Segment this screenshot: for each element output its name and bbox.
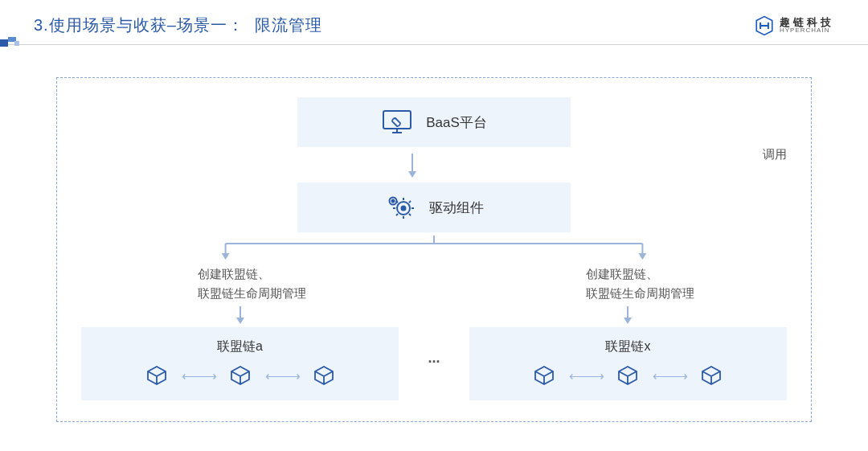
chain-x-box: 联盟链x ⟵⟶ ⟵⟶ bbox=[469, 327, 787, 400]
svg-rect-0 bbox=[0, 39, 8, 47]
cube-icon bbox=[701, 365, 722, 386]
baas-platform-node: BaaS平台 bbox=[297, 97, 571, 147]
branch-connector bbox=[81, 236, 787, 260]
ellipsis: ... bbox=[428, 350, 440, 400]
branch-text-2: 联盟链生命周期管理 bbox=[586, 284, 694, 303]
logo-text-en: HYPERCHAIN bbox=[780, 27, 834, 34]
bidir-arrow-icon: ⟵⟶ bbox=[653, 368, 686, 383]
cube-icon bbox=[146, 365, 167, 386]
arrow-down-icon bbox=[408, 154, 416, 178]
arrow-down-icon bbox=[236, 306, 244, 324]
branch-left-labels: 创建联盟链、 联盟链生命周期管理 bbox=[198, 264, 306, 303]
svg-point-9 bbox=[392, 200, 395, 203]
chain-a-nodes: ⟵⟶ ⟵⟶ bbox=[146, 365, 334, 386]
bidir-arrow-icon: ⟵⟶ bbox=[182, 368, 215, 383]
call-arrow-row: 调用 bbox=[81, 147, 787, 182]
monitor-wrench-icon bbox=[381, 109, 413, 136]
chain-x-title: 联盟链x bbox=[605, 338, 650, 355]
branch-row: 创建联盟链、 联盟链生命周期管理 联盟链a ⟵⟶ ⟵⟶ ... 创建联盟链、 联… bbox=[81, 264, 787, 400]
chain-a-box: 联盟链a ⟵⟶ ⟵⟶ bbox=[81, 327, 399, 400]
cube-icon bbox=[230, 365, 251, 386]
branch-text-2: 联盟链生命周期管理 bbox=[198, 284, 306, 303]
title-prefix: 3.使用场景与收获 bbox=[34, 16, 167, 34]
cube-icon bbox=[534, 365, 555, 386]
bidir-arrow-icon: ⟵⟶ bbox=[569, 368, 603, 383]
svg-rect-2 bbox=[14, 41, 19, 46]
baas-label: BaaS平台 bbox=[426, 113, 487, 132]
branch-text-1: 创建联盟链、 bbox=[586, 264, 694, 284]
cube-icon bbox=[313, 365, 334, 386]
chain-a-title: 联盟链a bbox=[217, 338, 263, 355]
gears-icon bbox=[384, 194, 416, 221]
branch-right: 创建联盟链、 联盟链生命周期管理 联盟链x ⟵⟶ ⟵⟶ bbox=[469, 264, 787, 400]
cube-icon bbox=[617, 365, 638, 386]
logo-icon bbox=[754, 15, 775, 36]
slide-title: 3.使用场景与收获–场景一： 限流管理 bbox=[34, 14, 322, 36]
title-topic: 限流管理 bbox=[255, 16, 322, 34]
arrow-down-icon bbox=[624, 306, 632, 324]
branch-text-1: 创建联盟链、 bbox=[198, 264, 306, 284]
slide-header: 3.使用场景与收获–场景一： 限流管理 趣链科技 HYPERCHAIN bbox=[0, 0, 868, 45]
chain-x-nodes: ⟵⟶ ⟵⟶ bbox=[534, 365, 722, 386]
driver-component-node: 驱动组件 bbox=[297, 182, 571, 232]
svg-point-7 bbox=[402, 207, 406, 211]
title-sep: –场景一： bbox=[167, 16, 244, 34]
driver-label: 驱动组件 bbox=[429, 199, 484, 217]
company-logo: 趣链科技 HYPERCHAIN bbox=[754, 15, 834, 36]
branch-left: 创建联盟链、 联盟链生命周期管理 联盟链a ⟵⟶ ⟵⟶ bbox=[81, 264, 399, 400]
branch-right-labels: 创建联盟链、 联盟链生命周期管理 bbox=[586, 264, 694, 303]
header-accent bbox=[0, 37, 31, 47]
call-label: 调用 bbox=[763, 147, 787, 162]
architecture-diagram: BaaS平台 调用 驱动组件 创建联盟链、 联盟链生命周期管理 联盟链a ⟵⟶ bbox=[56, 77, 812, 422]
bidir-arrow-icon: ⟵⟶ bbox=[265, 368, 299, 383]
